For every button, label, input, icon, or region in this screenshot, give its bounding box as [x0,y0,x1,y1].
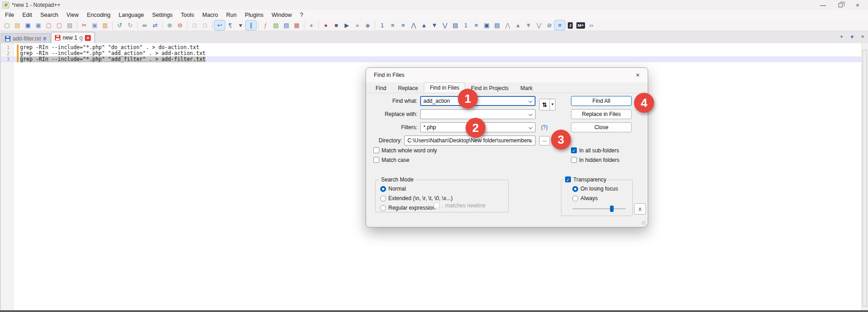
folder-as-workspace-icon[interactable]: ▦ [292,20,302,30]
copy-icon[interactable]: ▣ [89,20,100,30]
tab-add-filter-txt[interactable]: add-filter.txt [1,33,50,43]
plugin-collapse2-icon[interactable]: ⋀ [502,20,513,30]
plugin-down2-icon[interactable]: ▼ [523,20,534,30]
paste-icon[interactable]: ▥ [100,20,110,30]
sync-horizontal-icon[interactable]: □ [200,20,210,30]
open-file-icon[interactable]: ▤ [12,20,23,30]
plugin-list-green-icon[interactable]: ≡ [387,20,398,30]
extended-radio[interactable]: Extended (\n, \r, \t, \0, \x...) [380,195,452,202]
menu-item[interactable]: Edit [18,10,36,20]
plugin-m-icon[interactable]: M+ [575,20,586,30]
new-file-icon[interactable]: ▢ [2,20,12,30]
cut-icon[interactable]: ✂ [79,20,89,30]
plugin-up2-icon[interactable]: ▲ [513,20,523,30]
plugin-up-icon[interactable]: ▲ [419,20,429,30]
close-tab-icon[interactable]: × [85,35,91,41]
menu-item[interactable]: File [1,10,18,20]
menu-item[interactable]: Macro [198,10,222,20]
menu-item[interactable]: Settings [148,10,177,20]
find-all-button[interactable]: Find All [571,96,632,106]
macro-run-multiple-icon[interactable]: » [352,20,362,30]
plugin-list-minus-icon[interactable]: ≡ [398,20,408,30]
match-whole-word-checkbox[interactable]: Match whole word only [373,147,437,154]
menu-item[interactable]: Encoding [83,10,114,20]
menu-item[interactable]: Tools [177,10,198,20]
plugin-collapse-icon[interactable]: ⋀ [408,20,419,30]
macro-save-icon[interactable]: ◆ [362,20,373,30]
close-all-icon[interactable]: ▢ [54,20,64,30]
new-tab-button[interactable]: + [840,33,843,40]
undo-icon[interactable]: ↺ [114,20,125,30]
redo-icon[interactable]: ↻ [125,20,135,30]
minimize-button[interactable]: — [815,0,831,10]
on-losing-focus-radio[interactable]: On losing focus [572,185,618,192]
menu-item[interactable]: Window [268,10,296,20]
chevron-down-icon[interactable] [529,112,532,116]
plugin-expand2-icon[interactable]: ⋁ [534,20,544,30]
plugin-list3-icon[interactable]: ≡ [471,20,481,30]
slider-track[interactable] [572,208,626,209]
pin-icon[interactable] [43,37,46,40]
replace-icon[interactable]: ⇄ [150,20,160,30]
transparency-slider[interactable] [572,206,626,212]
close-tab-button[interactable]: × [861,33,864,40]
swap-dropdown-icon[interactable]: ▼ [550,99,555,110]
tab-list-button[interactable]: ▼ [850,34,855,40]
plugins-sphere-icon[interactable]: ● [306,20,317,30]
macro-stop-icon[interactable]: ■ [331,20,342,30]
plugin-box-green-icon[interactable]: ▣ [481,20,492,30]
dialog-close-icon[interactable]: × [634,71,642,79]
menu-item[interactable]: Run [222,10,241,20]
zoom-out-icon[interactable]: ⊖ [175,20,185,30]
plugin-j-icon[interactable]: J [565,20,575,30]
in-hidden-folders-checkbox[interactable]: In hidden folders [571,156,620,163]
plugin-list4-icon[interactable]: ▤ [492,20,502,30]
plugin-angle-icon[interactable]: ‹› [586,20,596,30]
match-case-checkbox[interactable]: Match case [373,156,437,163]
close-window-button[interactable]: × [850,0,865,10]
menu-item[interactable]: Language [114,10,148,20]
tab-find-in-files[interactable]: Find in Files [424,82,465,93]
close-button[interactable]: Close [571,122,632,132]
restore-button[interactable] [833,0,848,10]
tab-replace[interactable]: Replace [392,83,424,93]
menu-item[interactable]: Search [36,10,63,20]
document-map-icon[interactable]: ▧ [271,20,281,30]
transparency-slider-thumb[interactable] [610,206,614,212]
function-list-icon[interactable]: ƒ [260,20,271,30]
save-icon[interactable]: ▣ [23,20,33,30]
resize-grip[interactable] [642,221,646,226]
close-file-icon[interactable]: ▢ [44,20,54,30]
indent-guide-icon[interactable]: ∥ [246,20,256,30]
directory-combobox[interactable]: C:\Users\Nathan\Desktop\New folder\surem… [404,136,536,146]
plugin-box-slash-icon[interactable]: ⊘ [544,20,555,30]
menu-item[interactable]: ? [296,10,307,20]
show-all-characters-icon[interactable]: ¶ [225,20,235,30]
plugin-down-icon[interactable]: ▼ [429,20,440,30]
collapse-dialog-button[interactable]: ∧ [634,203,646,215]
in-all-subfolders-checkbox[interactable]: In all sub-folders [571,147,620,154]
tab-new-1[interactable]: new 1 × [51,32,95,43]
vertical-scrollbar[interactable] [861,43,868,310]
plugin-list-active-icon[interactable]: ≡ [555,20,565,30]
show-symbols-dropdown-icon[interactable]: ▾ [235,20,246,30]
print-icon[interactable]: ▤ [64,20,75,30]
save-all-icon[interactable]: ▣ [33,20,44,30]
normal-radio[interactable]: Normal [380,185,452,192]
replace-in-files-button[interactable]: Replace in Files [571,109,632,119]
plugin-num1-down-icon[interactable]: 1 [377,20,387,30]
tab-find[interactable]: Find [370,83,392,93]
swap-find-replace-button[interactable]: ⇅ ▼ [539,99,556,111]
macro-record-icon[interactable]: ● [321,20,331,30]
pin-icon[interactable] [79,36,83,40]
find-icon[interactable]: ∞ [139,20,150,30]
word-wrap-icon[interactable]: ↩ [214,20,225,30]
menu-item[interactable]: View [62,10,83,20]
plugin-num1b-icon[interactable]: 1 [461,20,471,30]
document-list-icon[interactable]: ▤ [281,20,292,30]
transparency-checkbox[interactable]: Transparency [564,176,608,183]
filters-help-link[interactable]: (?) [541,122,548,132]
always-radio[interactable]: Always [572,195,618,202]
tab-mark[interactable]: Mark [515,83,539,93]
plugin-expand-icon[interactable]: ⋁ [440,20,450,30]
